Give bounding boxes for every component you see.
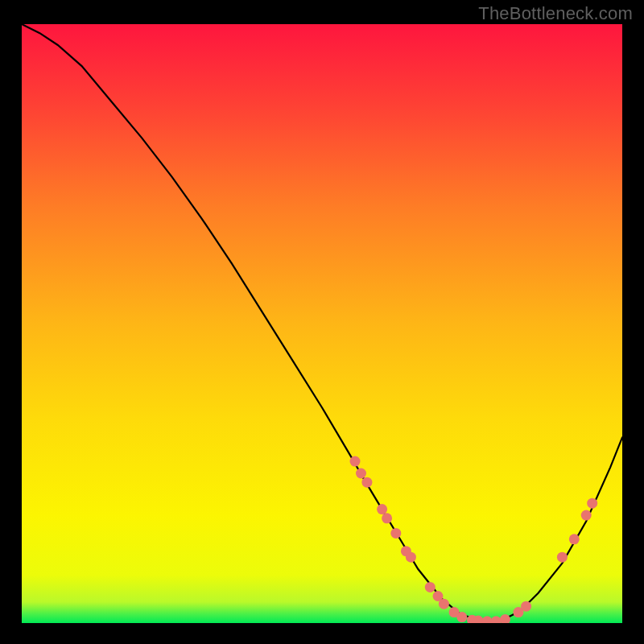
attribution-label: TheBottleneck.com: [478, 3, 633, 24]
data-marker: [406, 552, 416, 563]
data-marker: [356, 469, 366, 479]
data-marker: [361, 477, 372, 488]
data-marker: [425, 582, 436, 592]
data-marker: [557, 552, 568, 563]
data-marker: [377, 504, 387, 514]
data-marker: [390, 528, 401, 539]
data-marker: [521, 601, 531, 612]
data-marker: [382, 513, 392, 523]
chart-canvas: TheBottleneck.com: [0, 0, 644, 644]
plot-area: [22, 24, 622, 623]
data-marker: [569, 534, 580, 544]
data-marker: [587, 498, 597, 509]
chart-svg: [22, 24, 622, 623]
data-marker: [581, 510, 592, 521]
data-marker: [350, 456, 361, 467]
gradient-background: [22, 24, 622, 623]
data-marker: [456, 612, 467, 622]
data-marker: [439, 599, 449, 609]
